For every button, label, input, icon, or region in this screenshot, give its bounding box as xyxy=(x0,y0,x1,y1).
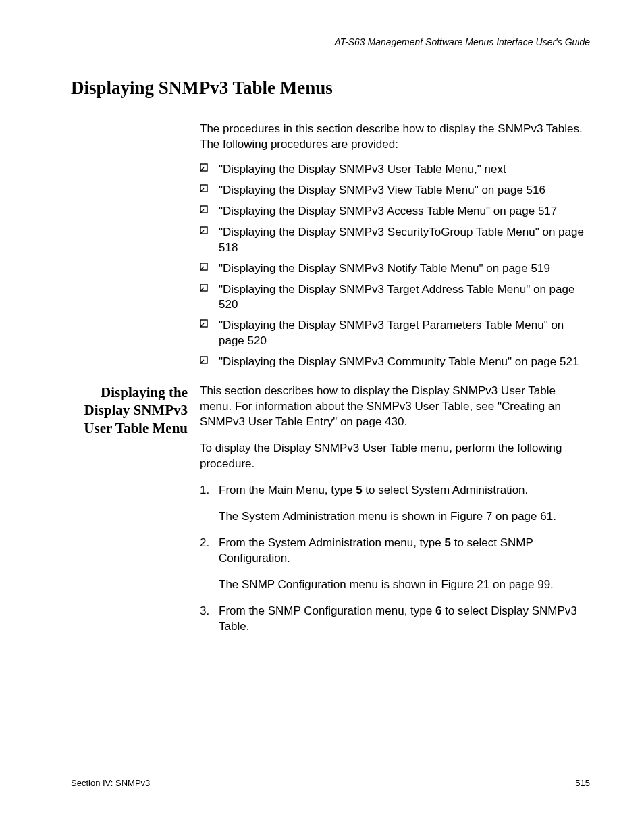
list-item: "Displaying the Display SNMPv3 View Tabl… xyxy=(200,183,590,199)
step-text: From the Main Menu, type 5 to select Sys… xyxy=(219,483,590,498)
bullet-list: "Displaying the Display SNMPv3 User Tabl… xyxy=(200,162,590,370)
content-area: The procedures in this section describe … xyxy=(71,122,590,645)
step-result: The System Administration menu is shown … xyxy=(219,509,590,525)
bullet-icon xyxy=(200,356,208,364)
list-item-text: "Displaying the Display SNMPv3 Target Pa… xyxy=(219,319,564,347)
step-text: From the System Administration menu, typ… xyxy=(219,536,590,567)
body-paragraph: This section describes how to display th… xyxy=(200,384,590,430)
list-item-text: "Displaying the Display SNMPv3 Target Ad… xyxy=(219,283,574,311)
list-item-text: "Displaying the Display SNMPv3 SecurityT… xyxy=(219,226,584,254)
bullet-icon xyxy=(200,284,208,292)
list-item-text: "Displaying the Display SNMPv3 User Tabl… xyxy=(219,163,506,176)
list-item-text: "Displaying the Display SNMPv3 Notify Ta… xyxy=(219,262,550,275)
step-number: 3. xyxy=(200,604,209,619)
bullet-icon xyxy=(200,319,208,328)
running-header: AT-S63 Management Software Menus Interfa… xyxy=(334,36,590,47)
list-item: "Displaying the Display SNMPv3 Access Ta… xyxy=(200,204,590,219)
bullet-icon xyxy=(200,263,208,271)
list-item: "Displaying the Display SNMPv3 Community… xyxy=(200,355,590,370)
bullet-icon xyxy=(200,226,208,234)
bullet-icon xyxy=(200,205,208,213)
procedure-list: 1. From the Main Menu, type 5 to select … xyxy=(200,483,590,635)
list-item: "Displaying the Display SNMPv3 Target Pa… xyxy=(200,318,590,349)
subsection-title: Displaying the Display SNMPv3 User Table… xyxy=(71,384,188,437)
page-title: Displaying SNMPv3 Table Menus xyxy=(71,78,590,103)
list-item-text: "Displaying the Display SNMPv3 Community… xyxy=(219,355,579,368)
procedure-step: 1. From the Main Menu, type 5 to select … xyxy=(200,483,590,525)
step-text: From the SNMP Configuration menu, type 6… xyxy=(219,604,590,635)
procedure-step: 2. From the System Administration menu, … xyxy=(200,536,590,593)
bullet-icon xyxy=(200,163,208,172)
step-number: 1. xyxy=(200,483,209,498)
step-result: The SNMP Configuration menu is shown in … xyxy=(219,577,590,593)
list-item: "Displaying the Display SNMPv3 User Tabl… xyxy=(200,162,590,178)
list-item: "Displaying the Display SNMPv3 SecurityT… xyxy=(200,225,590,256)
list-item: "Displaying the Display SNMPv3 Notify Ta… xyxy=(200,261,590,277)
body-paragraph: To display the Display SNMPv3 User Table… xyxy=(200,441,590,472)
procedure-step: 3. From the SNMP Configuration menu, typ… xyxy=(200,604,590,635)
list-item-text: "Displaying the Display SNMPv3 Access Ta… xyxy=(219,205,557,217)
intro-paragraph: The procedures in this section describe … xyxy=(200,122,590,153)
footer-page-number: 515 xyxy=(575,778,590,788)
bullet-icon xyxy=(200,184,208,192)
footer-section: Section IV: SNMPv3 xyxy=(71,778,150,788)
list-item: "Displaying the Display SNMPv3 Target Ad… xyxy=(200,282,590,313)
step-number: 2. xyxy=(200,536,209,551)
list-item-text: "Displaying the Display SNMPv3 View Tabl… xyxy=(219,184,545,197)
